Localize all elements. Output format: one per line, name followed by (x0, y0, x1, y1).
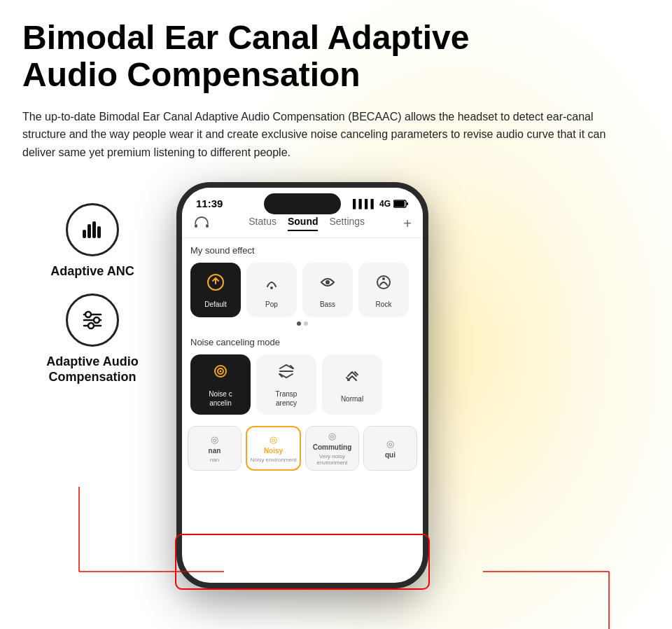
rock-icon (374, 272, 393, 296)
env-nan-icon: ◎ (211, 434, 218, 445)
app-screen: 11:39 ▌▌▌▌ 4G (182, 188, 423, 583)
noise-card-transparency[interactable]: Transparency (256, 354, 316, 415)
sound-effects-grid: Default Pop (190, 263, 414, 317)
env-nan-sub: nan (210, 457, 219, 463)
adaptive-anc-label: Adaptive ANC (50, 263, 134, 279)
default-icon (206, 272, 225, 296)
noise-canceling-icon (211, 361, 230, 385)
tab-settings[interactable]: Settings (329, 216, 365, 231)
svg-line-27 (346, 378, 349, 380)
pop-label: Pop (265, 300, 278, 308)
adaptive-audio-icon (78, 306, 106, 334)
dot-1 (297, 322, 301, 326)
env-noisy-icon: ◎ (270, 434, 277, 445)
env-commuting-sub: Very noisyenvironment (316, 453, 347, 466)
transparency-label: Transparency (276, 389, 298, 408)
sound-card-rock[interactable]: Rock (358, 263, 409, 317)
phone-frame: 11:39 ▌▌▌▌ 4G (176, 182, 428, 588)
svg-rect-11 (394, 201, 405, 207)
adaptive-anc-item: Adaptive ANC (50, 203, 134, 279)
headphone-tab-icon (193, 215, 210, 232)
left-icons-panel: Adaptive ANC Adaptive AudioCompensation (22, 182, 162, 399)
noise-card-canceling[interactable]: Noise cancelin (190, 354, 251, 415)
adaptive-audio-item: Adaptive AudioCompensation (46, 293, 138, 385)
adaptive-anc-circle (66, 203, 119, 256)
svg-point-16 (270, 286, 273, 289)
phone-mockup: 11:39 ▌▌▌▌ 4G (176, 182, 428, 588)
svg-rect-2 (92, 221, 96, 238)
carousel-dots (190, 322, 414, 326)
default-label: Default (204, 300, 227, 308)
tab-items: Status Sound Settings (216, 216, 398, 231)
rock-label: Rock (376, 300, 392, 308)
tab-sound[interactable]: Sound (288, 216, 318, 231)
sound-card-pop[interactable]: Pop (246, 263, 297, 317)
page-headline: Bimodal Ear Canal Adaptive Audio Compens… (22, 20, 512, 94)
adaptive-audio-label: Adaptive AudioCompensation (46, 354, 138, 385)
bass-label: Bass (320, 300, 335, 308)
page-description: The up-to-date Bimodal Ear Canal Adaptiv… (22, 108, 624, 162)
noise-modes-grid: Noise cancelin (190, 354, 414, 415)
env-commuting-name: Commuting (313, 443, 352, 451)
svg-rect-14 (206, 224, 209, 228)
svg-rect-1 (88, 224, 91, 238)
tab-add-button[interactable]: + (403, 216, 412, 232)
svg-point-17 (326, 280, 330, 284)
sound-section-title: My sound effect (190, 245, 414, 256)
network-label: 4G (379, 199, 391, 209)
sound-card-default[interactable]: Default (190, 263, 241, 317)
battery-icon (393, 200, 409, 208)
sound-effects-section: My sound effect Default (182, 238, 423, 334)
tab-status[interactable]: Status (248, 216, 276, 231)
signal-icon: ▌▌▌▌ (353, 199, 377, 209)
env-qui-icon: ◎ (386, 438, 394, 449)
svg-point-9 (88, 323, 94, 329)
noise-card-normal[interactable]: Normal (322, 354, 382, 415)
pop-icon (262, 272, 281, 296)
dot-2 (304, 322, 308, 326)
noise-canceling-label: Noise cancelin (209, 389, 232, 408)
env-card-qui[interactable]: ◎ qui (363, 426, 417, 471)
noise-section-title: Noise canceling mode (190, 337, 414, 347)
env-noisy-name: Noisy (264, 447, 283, 455)
svg-rect-12 (407, 202, 408, 205)
sound-card-bass[interactable]: Bass (302, 263, 353, 317)
svg-rect-13 (195, 224, 197, 228)
svg-point-7 (94, 317, 99, 323)
svg-rect-3 (97, 226, 101, 238)
env-nan-name: nan (209, 447, 221, 455)
environment-cards: ◎ nan nan ◎ Noisy Noisy environment ◎ (182, 420, 423, 476)
svg-point-19 (382, 277, 385, 280)
svg-point-5 (85, 312, 91, 317)
env-card-noisy[interactable]: ◎ Noisy Noisy environment (246, 426, 301, 471)
bass-icon (318, 272, 337, 296)
env-card-commuting[interactable]: ◎ Commuting Very noisyenvironment (305, 426, 359, 471)
status-time: 11:39 (196, 198, 223, 209)
dynamic-island (264, 193, 341, 214)
svg-rect-0 (83, 230, 86, 238)
transparency-icon (276, 361, 296, 385)
adaptive-anc-icon (78, 216, 106, 244)
noise-canceling-section: Noise canceling mode (182, 334, 423, 417)
normal-icon (342, 366, 362, 390)
svg-point-22 (220, 371, 222, 373)
normal-label: Normal (341, 394, 363, 403)
env-commuting-icon: ◎ (328, 431, 336, 441)
adaptive-audio-circle (66, 293, 119, 347)
env-noisy-sub: Noisy environment (250, 457, 296, 463)
status-icons: ▌▌▌▌ 4G (353, 199, 409, 209)
env-qui-name: qui (385, 451, 396, 459)
env-card-nan[interactable]: ◎ nan nan (188, 426, 241, 471)
